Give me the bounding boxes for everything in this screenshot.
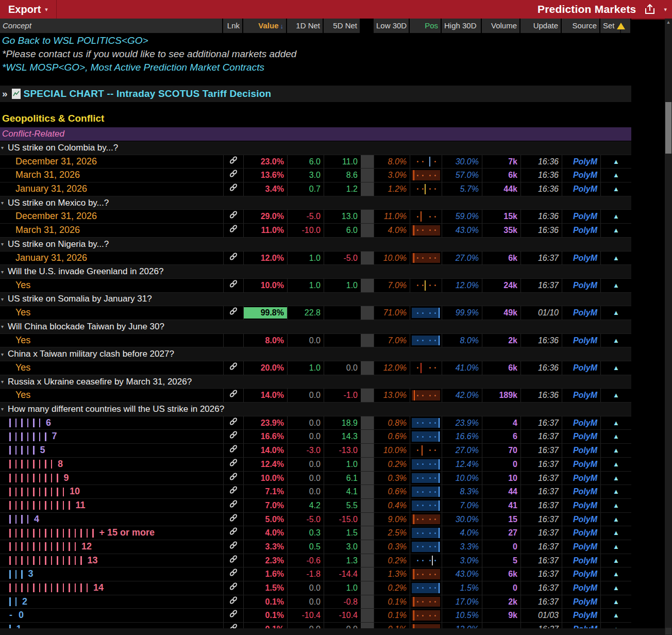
- source-cell[interactable]: PolyM: [562, 499, 600, 512]
- source-cell[interactable]: PolyM: [562, 581, 600, 595]
- group-row[interactable]: ▾US strike on Nigeria by...?: [0, 238, 631, 252]
- market-row[interactable]: January 31, 202612.0%1.0-5.010.0%27.0%6k…: [0, 252, 631, 265]
- market-row[interactable]: 812.4%0.01.00.2%12.4%016:37PolyM▲: [0, 458, 631, 472]
- market-row[interactable]: 31.6%-1.8-14.41.3%43.0%6k16:37PolyM▲: [0, 567, 631, 581]
- market-row[interactable]: Yes10.0%1.01.07.0%12.0%24k16:37PolyM▲: [0, 279, 631, 293]
- scroll-down-icon[interactable]: [665, 628, 671, 634]
- collapse-triangle-icon[interactable]: ▾: [0, 352, 8, 357]
- source-cell[interactable]: PolyM: [562, 155, 600, 169]
- alert-set-cell[interactable]: ▲: [600, 430, 631, 443]
- col-header-d5[interactable]: 5D Net: [324, 19, 360, 33]
- link-icon[interactable]: [228, 182, 239, 196]
- source-cell[interactable]: PolyM: [562, 252, 600, 265]
- collapse-triangle-icon[interactable]: ▾: [0, 296, 8, 302]
- collapse-triangle-icon[interactable]: ▾: [0, 406, 8, 412]
- col-header-concept[interactable]: Concept: [0, 19, 222, 33]
- source-cell[interactable]: PolyM: [562, 389, 600, 402]
- market-row[interactable]: January 31, 20263.4%0.71.21.2%5.7%44k16:…: [0, 182, 631, 196]
- special-chart-link[interactable]: » SPECIAL CHART -- Intraday SCOTUS Tarif…: [0, 86, 631, 102]
- col-header-high[interactable]: High 30D: [442, 19, 481, 33]
- link-icon[interactable]: [228, 155, 239, 169]
- source-cell[interactable]: PolyM: [562, 513, 600, 526]
- collapse-triangle-icon[interactable]: ▾: [0, 324, 8, 329]
- link-icon[interactable]: [228, 416, 239, 430]
- market-row[interactable]: -00.1%-10.4-10.40.1%10.5%9k01/03PolyM▲: [0, 609, 631, 623]
- link-icon[interactable]: [228, 389, 239, 402]
- link-icon[interactable]: [228, 526, 239, 540]
- source-cell[interactable]: PolyM: [562, 540, 600, 554]
- source-cell[interactable]: PolyM: [562, 526, 600, 540]
- source-cell[interactable]: PolyM: [562, 444, 600, 457]
- alert-set-cell[interactable]: ▲: [600, 210, 631, 223]
- link-icon[interactable]: [228, 485, 239, 498]
- link-icon[interactable]: [228, 458, 239, 471]
- vertical-scrollbar[interactable]: ▲: [665, 19, 672, 635]
- alert-set-cell[interactable]: ▲: [600, 224, 631, 237]
- col-header-low[interactable]: Low 30D: [374, 19, 409, 33]
- alert-set-cell[interactable]: ▲: [600, 334, 631, 347]
- group-row[interactable]: ▾How many different countries will the U…: [0, 403, 631, 416]
- most-active-link[interactable]: *WSL MOSP<GO>, Most Active Prediction Ma…: [0, 61, 631, 74]
- market-row[interactable]: 623.9%0.018.90.8%23.9%416:37PolyM▲: [0, 416, 631, 430]
- contact-note[interactable]: *Please contact us if you would like to …: [0, 47, 631, 61]
- alert-set-cell[interactable]: ▲: [600, 252, 631, 265]
- link-icon[interactable]: [228, 609, 239, 622]
- market-row[interactable]: Yes99.8%22.871.0%99.9%49k01/10PolyM▲: [0, 306, 631, 320]
- alert-set-cell[interactable]: ▲: [600, 554, 631, 567]
- group-row[interactable]: ▾Will the U.S. invade Greenland in 2026?: [0, 265, 631, 279]
- scroll-up-icon[interactable]: ▲: [665, 20, 672, 25]
- col-header-set[interactable]: Set!: [600, 19, 630, 33]
- market-row[interactable]: 716.6%0.014.30.6%16.6%616:37PolyM▲: [0, 430, 631, 444]
- link-icon[interactable]: [228, 169, 239, 182]
- link-icon[interactable]: [228, 567, 239, 581]
- market-row[interactable]: December 31, 202623.0%6.011.08.0%30.0%7k…: [0, 155, 631, 169]
- alert-set-cell[interactable]: ▲: [600, 540, 631, 554]
- source-cell[interactable]: PolyM: [562, 595, 600, 609]
- alert-set-cell[interactable]: ▲: [600, 155, 631, 169]
- market-row[interactable]: 123.3%0.53.00.3%3.3%016:37PolyM▲: [0, 540, 631, 554]
- collapse-triangle-icon[interactable]: ▾: [0, 379, 8, 385]
- scrollbar-thumb[interactable]: [665, 102, 671, 154]
- group-row[interactable]: ▾Russia x Ukraine ceasefire by March 31,…: [0, 375, 631, 389]
- market-row[interactable]: 514.0%-3.0-13.010.0%27.0%7016:37PolyM▲: [0, 444, 631, 458]
- col-header-value[interactable]: Value↓: [243, 19, 286, 33]
- market-row[interactable]: 45.0%-5.0-15.09.0%30.0%1516:37PolyM▲: [0, 513, 631, 527]
- alert-set-cell[interactable]: ▲: [600, 499, 631, 512]
- source-cell[interactable]: PolyM: [562, 334, 600, 347]
- collapse-triangle-icon[interactable]: ▾: [0, 269, 8, 275]
- link-icon[interactable]: [228, 499, 239, 512]
- group-row[interactable]: ▾US strike on Mexico by...?: [0, 196, 631, 210]
- market-row[interactable]: 117.0%4.25.50.4%7.0%4116:37PolyM▲: [0, 499, 631, 513]
- source-cell[interactable]: PolyM: [562, 416, 600, 430]
- market-row[interactable]: December 31, 202629.0%-5.013.011.0%59.0%…: [0, 210, 631, 224]
- source-cell[interactable]: PolyM: [562, 472, 600, 485]
- col-header-d1[interactable]: 1D Net: [287, 19, 323, 33]
- link-icon[interactable]: [228, 581, 239, 595]
- group-row[interactable]: ▾China x Taiwan military clash before 20…: [0, 347, 631, 361]
- export-button[interactable]: Export ▾: [0, 0, 56, 19]
- group-row[interactable]: ▾US strike on Somalia by January 31?: [0, 293, 631, 307]
- alert-set-cell[interactable]: ▲: [600, 389, 631, 402]
- market-row[interactable]: 132.3%-0.61.30.2%3.0%516:37PolyM▲: [0, 554, 631, 568]
- market-row[interactable]: March 31, 202613.6%3.08.63.0%57.0%6k16:3…: [0, 169, 631, 182]
- col-header-volume[interactable]: Volume: [482, 19, 519, 33]
- alert-set-cell[interactable]: ▲: [600, 472, 631, 485]
- alert-set-cell[interactable]: ▲: [600, 595, 631, 609]
- market-row[interactable]: Yes14.0%0.0-1.013.0%42.0%189k16:36PolyM▲: [0, 389, 631, 403]
- alert-set-cell[interactable]: ▲: [600, 581, 631, 595]
- source-cell[interactable]: PolyM: [562, 169, 600, 182]
- source-cell[interactable]: PolyM: [562, 306, 600, 320]
- col-header-lnk[interactable]: Lnk: [223, 19, 242, 33]
- source-cell[interactable]: PolyM: [562, 279, 600, 292]
- alert-set-cell[interactable]: ▲: [600, 567, 631, 581]
- source-cell[interactable]: PolyM: [562, 430, 600, 443]
- market-row[interactable]: Yes8.0%0.07.0%8.0%2k16:36PolyM▲: [0, 334, 631, 348]
- alert-set-cell[interactable]: ▲: [600, 609, 631, 622]
- link-icon[interactable]: [228, 252, 239, 265]
- alert-set-cell[interactable]: ▲: [600, 526, 631, 540]
- source-cell[interactable]: PolyM: [562, 182, 600, 196]
- col-header-update[interactable]: Update: [520, 19, 561, 33]
- alert-set-cell[interactable]: ▲: [600, 182, 631, 196]
- col-header-source[interactable]: Source: [562, 19, 599, 33]
- source-cell[interactable]: PolyM: [562, 210, 600, 223]
